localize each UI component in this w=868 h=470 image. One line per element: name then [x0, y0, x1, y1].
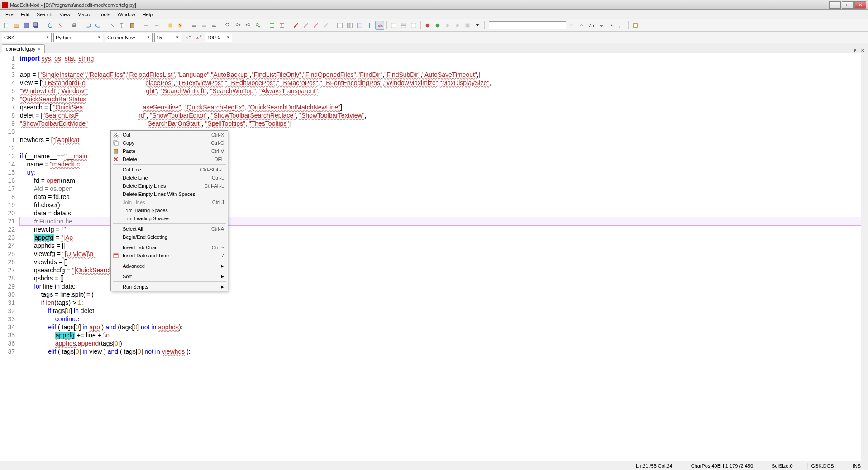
ctx-cut[interactable]: CutCtrl-X	[111, 131, 228, 139]
menu-window[interactable]: Window	[114, 11, 138, 18]
code-line[interactable]: if tags[0] in delet:	[20, 307, 866, 315]
code-line[interactable]: "QuickSearchBarStatus	[20, 95, 866, 103]
close-button[interactable]: ✕	[854, 1, 866, 9]
save-all-button[interactable]	[32, 21, 41, 30]
code-line[interactable]: if len(tags) > 1:	[20, 299, 866, 307]
ruler-button[interactable]	[365, 21, 374, 30]
highlight-red-button[interactable]	[291, 21, 300, 30]
code-line[interactable]: delet = ["SearchListF rd", "ShowToolbarE…	[20, 111, 866, 119]
ctx-insert-date-and-time[interactable]: Insert Date and TimeF7	[111, 252, 228, 260]
macro-menu-button[interactable]	[473, 21, 482, 30]
menu-view[interactable]: View	[56, 11, 74, 18]
macro-save-button[interactable]	[463, 21, 472, 30]
highlight-pink-button[interactable]	[311, 21, 320, 30]
syntax-combo[interactable]: Python▼	[53, 33, 103, 42]
code-line[interactable]: qsearch = [ "QuickSea aseSensitive", "Qu…	[20, 103, 866, 111]
font-smaller-button[interactable]: A	[194, 33, 203, 42]
ctx-delete-empty-lines-with-spaces[interactable]: Delete Empty Lines With Spaces	[111, 190, 228, 198]
ctx-delete-empty-lines[interactable]: Delete Empty LinesCtrl-Alt-L	[111, 182, 228, 190]
tab-close-all-button[interactable]: ✕	[859, 48, 866, 53]
play-button[interactable]	[443, 21, 452, 30]
record-button[interactable]	[423, 21, 432, 30]
ctx-sort[interactable]: Sort▶	[111, 272, 228, 280]
ctx-advanced[interactable]: Advanced▶	[111, 262, 228, 270]
code-line[interactable]: app = ["SingleInstance","ReloadFiles","R…	[20, 71, 866, 79]
format-button[interactable]	[210, 21, 219, 30]
encoding-combo[interactable]: GBK▼	[2, 33, 52, 42]
menu-macro[interactable]: Macro	[74, 11, 95, 18]
tab-dropdown-button[interactable]: ▼	[851, 48, 859, 53]
stop-button[interactable]	[433, 21, 442, 30]
code-line[interactable]: "ShowToolbarEditMode" SearchBarOnStart",…	[20, 119, 866, 128]
indent-button[interactable]	[142, 21, 151, 30]
open-file-button[interactable]	[12, 21, 21, 30]
find-next-button[interactable]	[234, 21, 243, 30]
font-larger-button[interactable]: A	[183, 33, 192, 42]
code-line[interactable]: continue	[20, 315, 866, 323]
dotall-button[interactable]	[617, 21, 626, 30]
tab-convertcfg[interactable]: convertcfg.py ✕	[2, 44, 45, 53]
regex-button[interactable]: .*	[607, 21, 616, 30]
textmode-button[interactable]	[335, 21, 344, 30]
goto-line-button[interactable]	[277, 21, 286, 30]
find-button[interactable]	[224, 21, 233, 30]
play2-button[interactable]	[453, 21, 462, 30]
code-line[interactable]: elif ( tags[0] in view ) and ( tags[0] n…	[20, 347, 866, 356]
paste-button[interactable]	[128, 21, 137, 30]
cut-button[interactable]	[108, 21, 117, 30]
ctx-paste[interactable]: PasteCtrl-V	[111, 147, 228, 155]
ctx-cut-line[interactable]: Cut LineCtrl-Shift-L	[111, 166, 228, 174]
menu-edit[interactable]: Edit	[17, 11, 33, 18]
bookmark-clear-button[interactable]	[176, 21, 185, 30]
ctx-copy[interactable]: CopyCtrl-C	[111, 139, 228, 147]
copy-button[interactable]	[118, 21, 127, 30]
quicksearch-down-button[interactable]	[567, 21, 576, 30]
replace-button[interactable]	[253, 21, 262, 30]
close-file-button[interactable]	[56, 21, 65, 30]
vsplit-button[interactable]	[409, 21, 418, 30]
ctx-trim-leading-spaces[interactable]: Trim Leading Spaces	[111, 214, 228, 223]
maximize-button[interactable]: □	[842, 1, 854, 9]
quick-search-input[interactable]	[489, 21, 566, 29]
minimize-button[interactable]: _	[829, 1, 841, 9]
code-line[interactable]: appcfg += line + '\n'	[20, 331, 866, 339]
undo-button[interactable]	[84, 21, 93, 30]
bookmark-button[interactable]	[166, 21, 175, 30]
menu-help[interactable]: Help	[139, 11, 157, 18]
code-line[interactable]: "WindowLeft","WindowT ght", "SearchWinLe…	[20, 87, 866, 95]
window-button[interactable]	[389, 21, 398, 30]
goto-button[interactable]	[267, 21, 277, 30]
code-line[interactable]	[20, 62, 866, 71]
find-prev-button[interactable]	[243, 21, 253, 30]
code-line[interactable]: tags = line.split('=')	[20, 290, 866, 299]
ctx-trim-trailing-spaces[interactable]: Trim Trailing Spaces	[111, 206, 228, 214]
code-line[interactable]: apphds.append(tags[0])	[20, 339, 866, 347]
tab-close-icon[interactable]: ✕	[37, 47, 41, 52]
ctx-delete[interactable]: DeleteDEL	[111, 155, 228, 163]
hexmode-button[interactable]	[355, 21, 364, 30]
zoom-combo[interactable]: 100%▼	[205, 33, 232, 42]
uncomment-button[interactable]	[200, 21, 209, 30]
ctx-run-scripts[interactable]: Run Scripts▶	[111, 283, 228, 291]
spellcheck-button[interactable]: abc	[375, 21, 384, 30]
menu-file[interactable]: File	[2, 11, 17, 18]
vertical-scrollbar[interactable]	[861, 53, 868, 461]
highlight-clear-button[interactable]	[301, 21, 310, 30]
menu-search[interactable]: Search	[33, 11, 56, 18]
code-line[interactable]: view = ["TBStandardPo placePos","TBTextv…	[20, 79, 866, 87]
reload-button[interactable]	[46, 21, 55, 30]
comment-button[interactable]	[190, 21, 199, 30]
wholeword-button[interactable]: ab	[597, 21, 606, 30]
quicksearch-up-button[interactable]	[577, 21, 586, 30]
menu-tools[interactable]: Tools	[95, 11, 114, 18]
print-button[interactable]	[70, 21, 79, 30]
new-file-button[interactable]	[2, 21, 11, 30]
ctx-begin-end-selecting[interactable]: Begin/End Selecting	[111, 233, 228, 241]
font-combo[interactable]: Courier New▼	[105, 33, 153, 42]
code-line[interactable]: import sys, os, stat, string	[20, 54, 866, 62]
columnmode-button[interactable]	[345, 21, 354, 30]
outdent-button[interactable]	[152, 21, 161, 30]
case-button[interactable]: Aa	[587, 21, 596, 30]
ctx-select-all[interactable]: Select AllCtrl-A	[111, 225, 228, 233]
split-button[interactable]	[399, 21, 408, 30]
